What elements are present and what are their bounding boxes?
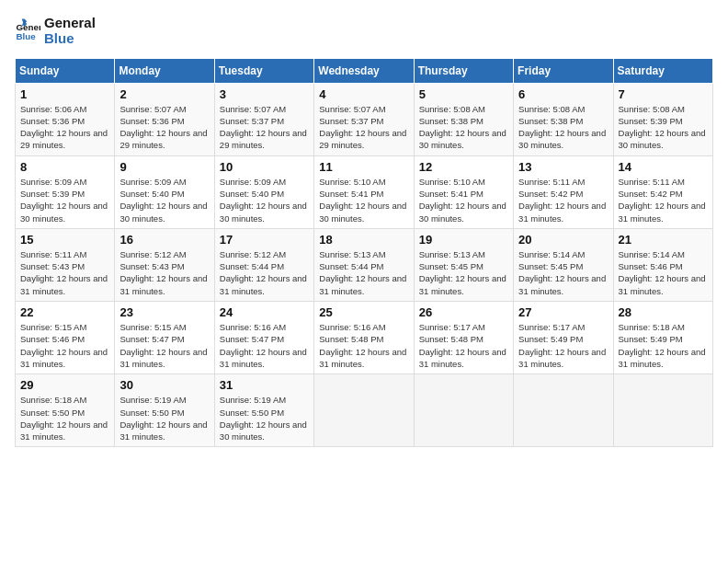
day-info: Sunrise: 5:07 AM Sunset: 5:37 PM Dayligh… — [220, 103, 309, 152]
day-info: Sunrise: 5:16 AM Sunset: 5:48 PM Dayligh… — [319, 321, 408, 370]
day-info: Sunrise: 5:13 AM Sunset: 5:44 PM Dayligh… — [319, 248, 408, 297]
calendar-cell: 5 Sunrise: 5:08 AM Sunset: 5:38 PM Dayli… — [414, 83, 513, 155]
calendar-cell: 17 Sunrise: 5:12 AM Sunset: 5:44 PM Dayl… — [214, 228, 313, 301]
day-info: Sunrise: 5:14 AM Sunset: 5:46 PM Dayligh… — [619, 248, 708, 297]
page-header: General Blue General Blue — [15, 15, 713, 47]
day-number: 1 — [20, 87, 109, 101]
logo-text-blue: Blue — [44, 30, 96, 46]
day-info: Sunrise: 5:09 AM Sunset: 5:40 PM Dayligh… — [119, 176, 209, 224]
day-info: Sunrise: 5:17 AM Sunset: 5:49 PM Dayligh… — [518, 321, 608, 370]
day-number: 12 — [419, 160, 508, 174]
day-info: Sunrise: 5:12 AM Sunset: 5:43 PM Dayligh… — [119, 248, 209, 297]
day-number: 24 — [220, 305, 309, 319]
day-info: Sunrise: 5:16 AM Sunset: 5:47 PM Dayligh… — [220, 321, 309, 370]
calendar-cell: 7 Sunrise: 5:08 AM Sunset: 5:39 PM Dayli… — [613, 83, 712, 155]
col-header-tuesday: Tuesday — [214, 58, 313, 83]
day-info: Sunrise: 5:17 AM Sunset: 5:48 PM Dayligh… — [419, 321, 508, 370]
day-info: Sunrise: 5:06 AM Sunset: 5:36 PM Dayligh… — [20, 103, 109, 152]
day-number: 11 — [319, 160, 408, 174]
day-number: 9 — [119, 160, 209, 174]
day-number: 27 — [518, 305, 608, 319]
calendar-cell: 19 Sunrise: 5:13 AM Sunset: 5:45 PM Dayl… — [414, 228, 513, 301]
calendar-cell: 20 Sunrise: 5:14 AM Sunset: 5:45 PM Dayl… — [514, 228, 613, 301]
calendar-cell: 2 Sunrise: 5:07 AM Sunset: 5:36 PM Dayli… — [115, 83, 214, 155]
day-info: Sunrise: 5:11 AM Sunset: 5:42 PM Dayligh… — [619, 176, 708, 224]
calendar-cell: 10 Sunrise: 5:09 AM Sunset: 5:40 PM Dayl… — [214, 155, 313, 228]
logo-text-general: General — [44, 15, 96, 30]
calendar-cell: 12 Sunrise: 5:10 AM Sunset: 5:41 PM Dayl… — [414, 155, 513, 228]
calendar-cell: 26 Sunrise: 5:17 AM Sunset: 5:48 PM Dayl… — [414, 302, 513, 374]
calendar-table: SundayMondayTuesdayWednesdayThursdayFrid… — [15, 58, 713, 448]
calendar-cell: 6 Sunrise: 5:08 AM Sunset: 5:38 PM Dayli… — [514, 83, 613, 155]
day-info: Sunrise: 5:15 AM Sunset: 5:47 PM Dayligh… — [119, 321, 209, 370]
calendar-cell: 3 Sunrise: 5:07 AM Sunset: 5:37 PM Dayli… — [214, 83, 313, 155]
col-header-thursday: Thursday — [414, 58, 513, 83]
day-info: Sunrise: 5:11 AM Sunset: 5:43 PM Dayligh… — [20, 248, 109, 297]
day-number: 31 — [220, 378, 309, 392]
logo-icon: General Blue — [15, 17, 40, 43]
day-info: Sunrise: 5:19 AM Sunset: 5:50 PM Dayligh… — [119, 394, 209, 442]
day-info: Sunrise: 5:15 AM Sunset: 5:46 PM Dayligh… — [20, 321, 109, 370]
calendar-cell — [613, 374, 712, 447]
day-number: 29 — [20, 378, 109, 392]
day-info: Sunrise: 5:18 AM Sunset: 5:50 PM Dayligh… — [20, 394, 109, 442]
col-header-saturday: Saturday — [613, 58, 712, 83]
day-info: Sunrise: 5:08 AM Sunset: 5:39 PM Dayligh… — [619, 103, 708, 152]
calendar-cell: 8 Sunrise: 5:09 AM Sunset: 5:39 PM Dayli… — [16, 155, 115, 228]
day-number: 2 — [119, 87, 209, 101]
day-number: 20 — [518, 233, 608, 247]
day-info: Sunrise: 5:08 AM Sunset: 5:38 PM Dayligh… — [518, 103, 608, 152]
day-number: 3 — [220, 87, 309, 101]
day-number: 22 — [20, 305, 109, 319]
calendar-cell: 31 Sunrise: 5:19 AM Sunset: 5:50 PM Dayl… — [214, 374, 313, 447]
calendar-cell: 24 Sunrise: 5:16 AM Sunset: 5:47 PM Dayl… — [214, 302, 313, 374]
calendar-cell: 16 Sunrise: 5:12 AM Sunset: 5:43 PM Dayl… — [115, 228, 214, 301]
calendar-cell: 15 Sunrise: 5:11 AM Sunset: 5:43 PM Dayl… — [16, 228, 115, 301]
col-header-monday: Monday — [115, 58, 214, 83]
day-number: 26 — [419, 305, 508, 319]
calendar-cell: 4 Sunrise: 5:07 AM Sunset: 5:37 PM Dayli… — [314, 83, 414, 155]
calendar-cell: 11 Sunrise: 5:10 AM Sunset: 5:41 PM Dayl… — [314, 155, 414, 228]
day-number: 6 — [518, 87, 608, 101]
logo: General Blue General Blue — [15, 15, 96, 47]
calendar-cell: 25 Sunrise: 5:16 AM Sunset: 5:48 PM Dayl… — [314, 302, 414, 374]
calendar-cell: 21 Sunrise: 5:14 AM Sunset: 5:46 PM Dayl… — [613, 228, 712, 301]
day-number: 28 — [619, 305, 708, 319]
calendar-cell: 22 Sunrise: 5:15 AM Sunset: 5:46 PM Dayl… — [16, 302, 115, 374]
day-number: 16 — [119, 233, 209, 247]
day-number: 15 — [20, 233, 109, 247]
calendar-cell: 18 Sunrise: 5:13 AM Sunset: 5:44 PM Dayl… — [314, 228, 414, 301]
day-info: Sunrise: 5:11 AM Sunset: 5:42 PM Dayligh… — [518, 176, 608, 224]
calendar-cell — [414, 374, 513, 447]
day-number: 14 — [619, 160, 708, 174]
day-number: 4 — [319, 87, 408, 101]
svg-text:Blue: Blue — [16, 31, 36, 41]
day-number: 19 — [419, 233, 508, 247]
calendar-cell: 23 Sunrise: 5:15 AM Sunset: 5:47 PM Dayl… — [115, 302, 214, 374]
day-number: 7 — [619, 87, 708, 101]
calendar-cell: 14 Sunrise: 5:11 AM Sunset: 5:42 PM Dayl… — [613, 155, 712, 228]
day-info: Sunrise: 5:10 AM Sunset: 5:41 PM Dayligh… — [419, 176, 508, 224]
day-number: 21 — [619, 233, 708, 247]
day-number: 10 — [220, 160, 309, 174]
day-info: Sunrise: 5:14 AM Sunset: 5:45 PM Dayligh… — [518, 248, 608, 297]
day-info: Sunrise: 5:13 AM Sunset: 5:45 PM Dayligh… — [419, 248, 508, 297]
day-number: 30 — [119, 378, 209, 392]
calendar-cell: 27 Sunrise: 5:17 AM Sunset: 5:49 PM Dayl… — [514, 302, 613, 374]
day-number: 23 — [119, 305, 209, 319]
day-number: 5 — [419, 87, 508, 101]
day-info: Sunrise: 5:12 AM Sunset: 5:44 PM Dayligh… — [220, 248, 309, 297]
day-number: 25 — [319, 305, 408, 319]
calendar-cell — [314, 374, 414, 447]
col-header-friday: Friday — [514, 58, 613, 83]
day-info: Sunrise: 5:08 AM Sunset: 5:38 PM Dayligh… — [419, 103, 508, 152]
day-info: Sunrise: 5:09 AM Sunset: 5:40 PM Dayligh… — [220, 176, 309, 224]
day-number: 18 — [319, 233, 408, 247]
day-info: Sunrise: 5:10 AM Sunset: 5:41 PM Dayligh… — [319, 176, 408, 224]
calendar-cell: 13 Sunrise: 5:11 AM Sunset: 5:42 PM Dayl… — [514, 155, 613, 228]
calendar-cell — [514, 374, 613, 447]
calendar-cell: 1 Sunrise: 5:06 AM Sunset: 5:36 PM Dayli… — [16, 83, 115, 155]
day-number: 13 — [518, 160, 608, 174]
col-header-wednesday: Wednesday — [314, 58, 414, 83]
day-info: Sunrise: 5:18 AM Sunset: 5:49 PM Dayligh… — [619, 321, 708, 370]
